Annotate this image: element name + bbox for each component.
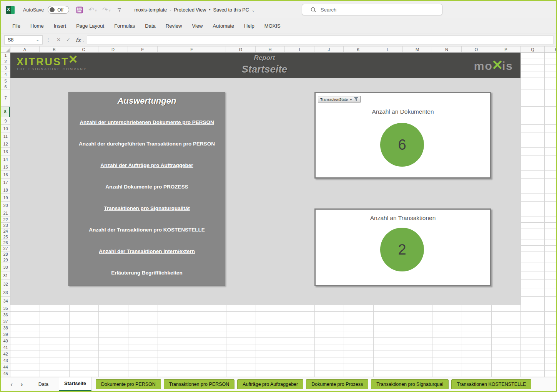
row-header[interactable]: 1	[1, 53, 10, 58]
row-header[interactable]: 32	[1, 280, 10, 288]
column-header[interactable]: P	[491, 46, 521, 52]
redo-button[interactable]: ↷ ∨	[102, 7, 111, 13]
column-header[interactable]: K	[344, 46, 373, 52]
link-auftraege-pro-auftraggeber[interactable]: Anzahl der Aufträge pro Auftraggeber	[69, 162, 225, 168]
ribbon-tab-review[interactable]: Review	[161, 18, 187, 33]
sheet-nav-next-icon[interactable]: ›	[17, 380, 27, 388]
row-header[interactable]: 7	[1, 89, 10, 107]
row-header[interactable]: 44	[1, 364, 10, 370]
column-header[interactable]: Q	[521, 46, 545, 52]
link-dokumente-pro-prozess[interactable]: Anzahl Dokumente pro PROZESS	[69, 184, 225, 190]
row-header[interactable]: 37	[1, 318, 10, 325]
column-header[interactable]: L	[373, 46, 403, 52]
sheet-grid[interactable]: XITRUST✕ THE ESIGNATURE COMPANY Report S…	[10, 53, 556, 377]
row-header[interactable]: 30	[1, 263, 10, 271]
link-erlaeuterung-begrifflichkeiten[interactable]: Erläuterung Begrifflichkeiten	[69, 270, 225, 276]
row-header[interactable]: 28	[1, 251, 10, 257]
row-header[interactable]: 21	[1, 209, 10, 217]
sheet-tab-startseite[interactable]: Startseite	[59, 377, 91, 391]
sheet-tab-dokumente-pro-prozess[interactable]: Dokumente pro Prozess	[306, 379, 368, 389]
column-header[interactable]: O	[462, 46, 491, 52]
sheet-tab-transaktionen-pro-signaturqual[interactable]: Transaktionen pro Signaturqual	[371, 379, 449, 389]
sheet-tab-transaktionen-pro-person[interactable]: Transaktionen pro PERSON	[164, 379, 235, 389]
row-header[interactable]: 31	[1, 271, 10, 280]
row-header[interactable]: 11	[1, 132, 10, 140]
column-header[interactable]: E	[128, 46, 158, 52]
column-header[interactable]: I	[285, 46, 314, 52]
row-header[interactable]: 13	[1, 148, 10, 155]
row-header[interactable]: 18	[1, 186, 10, 194]
ribbon-tab-file[interactable]: File	[7, 18, 25, 33]
ribbon-tab-home[interactable]: Home	[25, 18, 49, 33]
row-header[interactable]: 27	[1, 246, 10, 251]
sheet-tab-transaktionen-kostenstelle[interactable]: Transaktionen KOSTENSTELLE	[451, 379, 531, 389]
row-header[interactable]: 20	[1, 202, 10, 209]
search-input[interactable]	[320, 7, 442, 13]
row-header[interactable]: 26	[1, 240, 10, 246]
ribbon-tab-data[interactable]: Data	[140, 18, 160, 33]
name-box[interactable]: S8 ⌄	[4, 35, 43, 45]
row-header[interactable]: 5	[1, 78, 10, 84]
row-header[interactable]: 43	[1, 357, 10, 364]
row-header[interactable]: 16	[1, 171, 10, 179]
sheet-tab-data[interactable]: Data	[27, 377, 57, 391]
insert-function-fx-icon[interactable]: fx	[76, 37, 81, 43]
link-transaktionen-pro-signaturqualitaet[interactable]: Transaktionen pro Signaturqualität	[69, 205, 225, 211]
column-header[interactable]: A	[10, 46, 40, 52]
row-header[interactable]: 15	[1, 163, 10, 171]
row-header[interactable]: 36	[1, 312, 10, 318]
row-header[interactable]: 41	[1, 344, 10, 351]
row-header[interactable]: 40	[1, 338, 10, 344]
ribbon-tab-moxis[interactable]: MOXIS	[259, 18, 286, 33]
column-header[interactable]: H	[256, 46, 285, 52]
row-header[interactable]: 14	[1, 155, 10, 163]
row-header[interactable]: 4	[1, 71, 10, 78]
link-dokumente-pro-person[interactable]: Anzahl der unterschriebenen Dokumente pr…	[69, 119, 225, 125]
row-header[interactable]: 10	[1, 125, 10, 132]
row-header[interactable]: 2	[1, 58, 10, 65]
ribbon-tab-formulas[interactable]: Formulas	[109, 18, 140, 33]
ribbon-tab-page-layout[interactable]: Page Layout	[71, 18, 109, 33]
column-header[interactable]: J	[314, 46, 344, 52]
search-bar[interactable]	[302, 4, 442, 15]
column-header[interactable]: N	[432, 46, 462, 52]
row-header[interactable]: 17	[1, 179, 10, 186]
column-header[interactable]: G	[226, 46, 256, 52]
ribbon-tab-view[interactable]: View	[187, 18, 208, 33]
autosave-toggle[interactable]: Off	[48, 6, 69, 14]
row-header[interactable]: 22	[1, 217, 10, 223]
row-header[interactable]: 9	[1, 117, 10, 125]
transactionstate-filter-button[interactable]: TransactionState ▼	[318, 96, 361, 103]
sheet-nav-prev-icon[interactable]: ‹	[7, 380, 17, 388]
row-header[interactable]: 12	[1, 140, 10, 148]
row-header[interactable]: 34	[1, 297, 10, 305]
row-header[interactable]: 6	[1, 84, 10, 89]
enter-checkmark-icon[interactable]: ✓	[66, 37, 70, 43]
ribbon-tab-help[interactable]: Help	[239, 18, 259, 33]
save-button[interactable]	[76, 7, 83, 13]
link-transaktionen-pro-person[interactable]: Anzahl der durchgeführten Transaktionen …	[69, 141, 225, 147]
column-header[interactable]: C	[69, 46, 98, 52]
undo-button[interactable]: ↶ ∨	[88, 7, 97, 13]
row-header[interactable]: 8	[1, 107, 10, 117]
cancel-icon[interactable]: ✕	[57, 37, 61, 43]
row-header[interactable]: 39	[1, 331, 10, 338]
column-header[interactable]: R	[545, 46, 556, 52]
link-transaktionen-intern-extern[interactable]: Anzahl der Transaktionen intern/extern	[69, 248, 225, 254]
sheet-tab-auftraege-pro-auftraggeber[interactable]: Aufträge pro Auftraggeber	[237, 379, 303, 389]
link-transaktionen-pro-kostenstelle[interactable]: Anzahl der Transaktionen pro KOSTENSTELL…	[69, 227, 225, 233]
row-header[interactable]: 45	[1, 370, 10, 377]
row-header[interactable]: 3	[1, 65, 10, 71]
row-header[interactable]: 42	[1, 351, 10, 357]
document-title[interactable]: moxis-template - Protected View • Saved …	[134, 7, 255, 13]
row-header[interactable]: 33	[1, 288, 10, 297]
row-header[interactable]: 23	[1, 223, 10, 228]
column-header[interactable]: M	[403, 46, 432, 52]
select-all-corner[interactable]	[1, 46, 10, 53]
row-header[interactable]: 29	[1, 257, 10, 263]
column-header[interactable]: B	[40, 46, 69, 52]
row-header[interactable]: 24	[1, 228, 10, 234]
column-header[interactable]: F	[158, 46, 226, 52]
sheet-tab-dokumente-pro-person[interactable]: Dokumente pro PERSON	[96, 379, 161, 389]
row-header[interactable]: 25	[1, 234, 10, 240]
